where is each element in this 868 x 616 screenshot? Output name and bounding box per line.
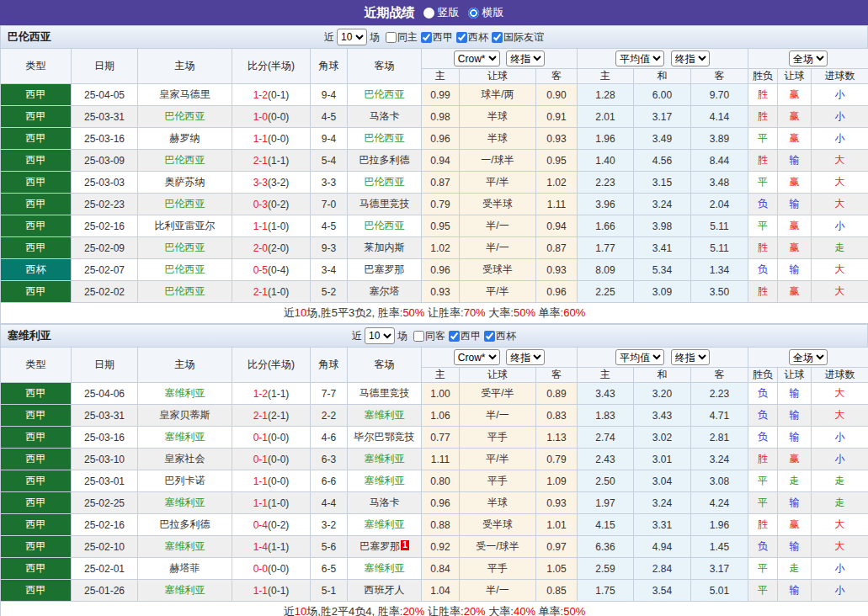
near-label: 近 xyxy=(352,329,362,343)
fulltime-score: 0-0 xyxy=(253,563,268,575)
odds-away: 0.97 xyxy=(536,536,578,558)
checkbox-input[interactable] xyxy=(484,331,495,342)
odds-source-select[interactable]: Crow* xyxy=(454,50,500,66)
radio-unchecked-icon[interactable] xyxy=(423,8,434,19)
match-row: 西甲 25-03-01 巴列卡诺 1-1(0-0) 6-6 塞维利亚 0.80 … xyxy=(1,470,868,492)
avg-draw: 3.01 xyxy=(634,449,691,470)
col-header-handicap-result: 让球 xyxy=(778,69,812,84)
scope-select[interactable]: 全场 xyxy=(789,349,828,365)
layout-radio-vertical[interactable]: 竖版 xyxy=(423,5,460,20)
away-team-cell: 塞维利亚 xyxy=(348,558,422,580)
fulltime-score: 3-3 xyxy=(253,177,268,189)
corner-cell: 3-2 xyxy=(311,514,348,536)
result-winloss: 负 xyxy=(748,259,778,281)
odds-away: 0.91 xyxy=(536,106,578,128)
score-cell: 1-1(1-0) xyxy=(232,492,311,514)
result-winloss: 平 xyxy=(748,492,778,514)
col-header-type: 类型 xyxy=(1,49,72,84)
odds-handicap: 平手 xyxy=(460,470,536,492)
avg-draw: 3.49 xyxy=(634,128,691,150)
odds-handicap: 半/一 xyxy=(460,580,536,602)
result-handicap: 赢 xyxy=(778,215,812,237)
checkbox-input[interactable] xyxy=(421,32,432,43)
halftime-score: (1-1) xyxy=(268,155,289,167)
league-type-cell: 西甲 xyxy=(1,405,72,427)
odds-away: 1.05 xyxy=(536,558,578,580)
odds-home: 0.88 xyxy=(422,514,460,536)
odds-closing-select[interactable]: 终指 xyxy=(506,349,545,365)
score-cell: 2-1(1-1) xyxy=(232,150,311,172)
scope-select[interactable]: 全场 xyxy=(789,50,828,66)
avg-closing-select[interactable]: 终指 xyxy=(671,349,710,365)
avg-select[interactable]: 平均值 xyxy=(615,50,664,66)
avg-draw: 3.24 xyxy=(634,492,691,514)
filters-1: 近 10 场 同主 西甲 西杯 xyxy=(324,29,544,45)
corner-cell: 9-4 xyxy=(311,84,348,106)
layout-radio-horizontal[interactable]: 横版 xyxy=(468,5,504,20)
away-team: 巴伦西亚 xyxy=(365,176,405,188)
avg-home: 3.96 xyxy=(578,194,634,215)
odds-closing-select[interactable]: 终指 xyxy=(506,50,545,66)
result-handicap: 输 xyxy=(778,383,812,405)
checkbox-input[interactable] xyxy=(413,331,424,342)
halftime-score: (1-0) xyxy=(268,220,289,232)
filter-checkbox[interactable]: 国际友谊 xyxy=(492,30,544,45)
corner-cell: 4-5 xyxy=(311,215,348,237)
page-title: 近期战绩 xyxy=(365,5,415,21)
result-goals: 大 xyxy=(812,194,868,215)
home-team-cell: 比利亚雷亚尔 xyxy=(138,215,232,237)
corner-cell: 3-3 xyxy=(311,172,348,194)
away-team: 巴塞罗那 xyxy=(359,540,400,552)
away-team-cell: 巴伦西亚 xyxy=(348,84,422,106)
match-date: 25-02-16 xyxy=(72,514,138,536)
checkbox-input[interactable] xyxy=(386,32,397,43)
checkbox-input[interactable] xyxy=(492,32,503,43)
fulltime-score: 1-1 xyxy=(253,475,268,487)
col-header-avg-draw: 和 xyxy=(634,368,691,383)
odds-home: 0.96 xyxy=(422,128,460,150)
col-header-avg-away: 客 xyxy=(691,368,748,383)
fulltime-score: 0-4 xyxy=(253,519,268,531)
filter-checkbox[interactable]: 西甲 xyxy=(421,30,453,45)
avg-draw: 4.94 xyxy=(634,536,691,558)
odds-handicap: 球半/两 xyxy=(460,84,536,106)
avg-away: 5.11 xyxy=(691,237,748,259)
away-team-cell: 巴塞罗那1 xyxy=(348,536,422,558)
col-header-home: 主场 xyxy=(138,49,232,84)
match-date: 25-02-02 xyxy=(72,281,138,303)
checkbox-input[interactable] xyxy=(456,32,467,43)
match-count-select[interactable]: 10 xyxy=(365,327,395,344)
match-date: 25-03-10 xyxy=(72,449,138,470)
league-type-cell: 西甲 xyxy=(1,383,72,405)
result-goals: 大 xyxy=(812,281,868,303)
col-header-goals: 进球数 xyxy=(812,69,868,84)
avg-home: 2.43 xyxy=(578,449,634,470)
filter-checkbox[interactable]: 同主 xyxy=(386,30,418,45)
filter-checkbox[interactable]: 同客 xyxy=(413,329,445,343)
avg-select[interactable]: 平均值 xyxy=(615,349,664,365)
score-cell: 0-4(0-2) xyxy=(232,514,311,536)
match-count-select[interactable]: 10 xyxy=(337,29,367,45)
away-team: 马德里竞技 xyxy=(359,198,410,210)
halftime-score: (2-0) xyxy=(268,242,289,254)
avg-closing-select[interactable]: 终指 xyxy=(671,50,710,66)
odds-home: 1.02 xyxy=(422,237,460,259)
checkbox-input[interactable] xyxy=(449,331,460,342)
radio-checked-icon[interactable] xyxy=(468,8,479,19)
odds-away: 1.01 xyxy=(536,514,578,536)
match-date: 25-02-25 xyxy=(72,492,138,514)
filter-checkbox[interactable]: 西甲 xyxy=(449,329,481,343)
league-type-cell: 西甲 xyxy=(1,536,72,558)
home-team-cell: 塞维利亚 xyxy=(138,580,232,602)
league-type-cell: 西甲 xyxy=(1,106,72,128)
red-card-badge: 1 xyxy=(401,540,409,550)
corner-cell: 4-6 xyxy=(311,427,348,449)
avg-draw: 2.84 xyxy=(634,558,691,580)
away-team: 马洛卡 xyxy=(370,497,400,508)
filter-checkbox[interactable]: 西杯 xyxy=(456,30,488,45)
home-team: 比利亚雷亚尔 xyxy=(155,220,216,231)
filter-checkbox[interactable]: 西杯 xyxy=(484,329,516,343)
home-team-cell: 皇家贝蒂斯 xyxy=(138,405,232,427)
odds-source-select[interactable]: Crow* xyxy=(454,349,500,365)
avg-away: 3.08 xyxy=(691,470,748,492)
